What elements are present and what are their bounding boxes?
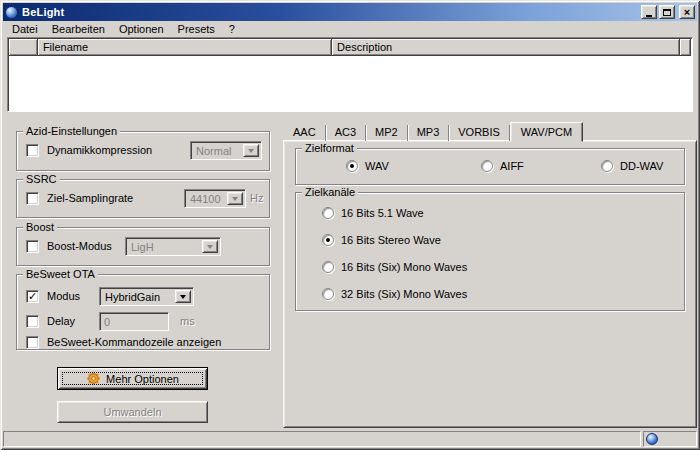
radio-dd-wav[interactable] <box>601 160 613 172</box>
samplingrate-dropdown-value: 44100 <box>190 193 221 205</box>
group-zielformat: Zielformat WAV AIFF DD-WAV <box>295 148 685 185</box>
tab-mp3[interactable]: MP3 <box>408 125 450 141</box>
radio-16bits-51-wave[interactable] <box>322 207 334 219</box>
menu-help[interactable]: ? <box>222 22 242 36</box>
delay-checkbox[interactable]: ✓ <box>26 315 39 328</box>
modus-dropdown-value: HybridGain <box>105 291 160 303</box>
group-azid-title: Azid-Einstellungen <box>23 125 120 138</box>
menu-bearbeiten[interactable]: Bearbeiten <box>45 22 112 36</box>
ms-unit-label: ms <box>180 315 195 328</box>
kommandozeile-checkbox[interactable]: ✓ <box>26 336 39 349</box>
status-message-panel <box>3 431 641 447</box>
modus-label: Modus <box>47 290 80 303</box>
close-icon: × <box>684 7 690 17</box>
boost-modus-dropdown[interactable]: LigH <box>125 237 221 256</box>
close-button[interactable]: × <box>679 5 695 19</box>
globe-status-icon <box>646 433 658 445</box>
app-icon <box>5 6 18 19</box>
tab-mp2[interactable]: MP2 <box>366 125 408 141</box>
checkmark-icon: ✓ <box>28 291 37 301</box>
samplingrate-label: Ziel-Samplingrate <box>47 192 133 205</box>
radio-wav[interactable] <box>346 160 358 172</box>
modus-dropdown[interactable]: HybridGain <box>99 287 194 306</box>
radio-wav-label[interactable]: WAV <box>365 160 389 173</box>
radio-16bits-stereo-wave-label[interactable]: 16 Bits Stereo Wave <box>341 234 441 247</box>
status-bar <box>3 431 697 447</box>
group-ssrc-title: SSRC <box>23 173 60 186</box>
boost-modus-dropdown-value: LigH <box>131 241 154 253</box>
group-zielkanaele: Zielkanäle 16 Bits 5.1 Wave 16 Bits Ster… <box>295 192 685 311</box>
radio-16bits-six-mono-label[interactable]: 16 Bits (Six) Mono Waves <box>341 261 467 274</box>
boost-modus-label: Boost-Modus <box>47 240 112 253</box>
minimize-button[interactable] <box>641 5 657 19</box>
file-list-header: Filename Description <box>9 39 691 56</box>
group-ssrc: SSRC ✓ Ziel-Samplingrate 44100 Hz <box>16 179 270 218</box>
tab-wav-pcm[interactable]: WAV/PCM <box>510 122 583 142</box>
tab-bar: AAC AC3 MP2 MP3 VORBIS WAV/PCM <box>284 121 583 141</box>
maximize-button[interactable] <box>659 5 675 19</box>
tab-aac[interactable]: AAC <box>284 125 326 141</box>
tab-ac3[interactable]: AC3 <box>326 125 366 141</box>
group-besweet-title: BeSweet OTA <box>23 268 98 281</box>
radio-32bits-six-mono-label[interactable]: 32 Bits (Six) Mono Waves <box>341 288 467 301</box>
radio-aiff[interactable] <box>481 160 493 172</box>
chevron-down-icon <box>207 245 213 249</box>
zielkanaele-title: Zielkanäle <box>302 186 358 199</box>
chevron-down-icon <box>248 149 254 153</box>
group-boost-title: Boost <box>23 221 57 234</box>
focus-rectangle <box>62 372 203 385</box>
column-header-empty[interactable] <box>9 39 38 56</box>
convert-button: Umwandeln <box>57 401 208 423</box>
minimize-icon <box>646 15 652 17</box>
dynamikkompression-dropdown[interactable]: Normal <box>190 141 262 160</box>
dropdown-arrow-button[interactable] <box>175 290 191 303</box>
chevron-down-icon <box>180 295 186 299</box>
convert-label: Umwandeln <box>103 406 161 418</box>
radio-16bits-51-wave-label[interactable]: 16 Bits 5.1 Wave <box>341 207 424 220</box>
menu-presets[interactable]: Presets <box>171 22 222 36</box>
menu-optionen[interactable]: Optionen <box>112 22 171 36</box>
radio-16bits-six-mono[interactable] <box>322 261 334 273</box>
samplingrate-dropdown[interactable]: 44100 <box>184 189 246 208</box>
dropdown-arrow-button[interactable] <box>243 144 259 157</box>
dynamikkompression-label: Dynamikkompression <box>47 144 152 157</box>
chevron-down-icon <box>232 197 238 201</box>
dynamikkompression-dropdown-value: Normal <box>196 145 231 157</box>
column-header-filename[interactable]: Filename <box>38 39 332 56</box>
status-icon-panel <box>643 431 697 447</box>
samplingrate-checkbox[interactable]: ✓ <box>26 192 39 205</box>
dynamikkompression-checkbox[interactable]: ✓ <box>26 144 39 157</box>
dropdown-arrow-button[interactable] <box>227 192 243 205</box>
hz-unit-label: Hz <box>250 192 263 205</box>
zielformat-title: Zielformat <box>302 142 357 155</box>
radio-16bits-stereo-wave[interactable] <box>322 234 334 246</box>
maximize-icon <box>663 9 671 16</box>
column-header-stub[interactable] <box>680 39 691 56</box>
column-header-description[interactable]: Description <box>332 39 680 56</box>
titlebar[interactable]: BeLight × <box>3 3 697 21</box>
radio-dd-wav-label[interactable]: DD-WAV <box>620 160 663 173</box>
wav-pcm-tab-page: Zielformat WAV AIFF DD-WAV Zielkanäle 16… <box>283 140 697 428</box>
app-window: BeLight × Datei Bearbeiten Optionen Pres… <box>0 0 700 450</box>
radio-aiff-label[interactable]: AIFF <box>500 160 524 173</box>
group-boost: Boost ✓ Boost-Modus LigH <box>16 227 270 266</box>
delay-input[interactable]: 0 <box>99 312 169 331</box>
window-title: BeLight <box>22 6 639 18</box>
tab-vorbis[interactable]: VORBIS <box>449 125 510 141</box>
radio-32bits-six-mono[interactable] <box>322 288 334 300</box>
dropdown-arrow-button[interactable] <box>202 240 218 253</box>
menu-datei[interactable]: Datei <box>5 22 45 36</box>
group-besweet-ota: BeSweet OTA ✓ Modus HybridGain ✓ Delay 0… <box>16 274 270 350</box>
more-options-button[interactable]: Mehr Optionen <box>57 367 208 390</box>
modus-checkbox[interactable]: ✓ <box>26 290 39 303</box>
boost-modus-checkbox[interactable]: ✓ <box>26 240 39 253</box>
kommandozeile-label: BeSweet-Kommandozeile anzeigen <box>47 336 221 349</box>
menubar: Datei Bearbeiten Optionen Presets ? <box>5 22 242 36</box>
file-list[interactable]: Filename Description <box>7 37 693 112</box>
delay-label: Delay <box>47 315 75 328</box>
group-azid: Azid-Einstellungen ✓ Dynamikkompression … <box>16 131 270 171</box>
